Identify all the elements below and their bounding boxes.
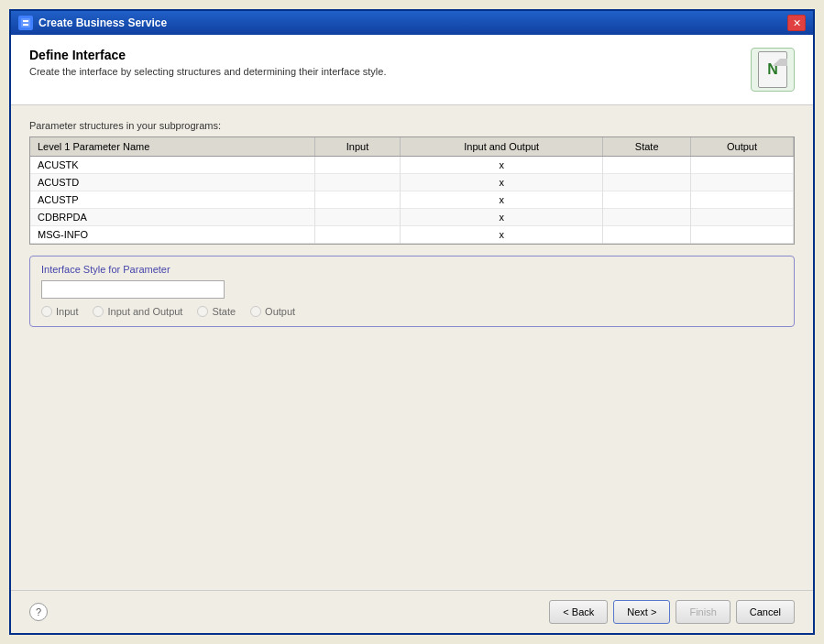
table-header-row: Level 1 Parameter Name Input Input and O…	[30, 137, 794, 157]
table-cell-input	[315, 226, 401, 244]
table-cell-input	[315, 174, 401, 191]
table-cell-name: CDBRPDA	[30, 209, 315, 226]
interface-style-input[interactable]	[41, 280, 225, 299]
table-cell-output	[690, 209, 793, 226]
interface-style-section: Interface Style for Parameter Input Inpu…	[29, 256, 795, 327]
page-subtitle: Create the interface by selecting struct…	[29, 66, 386, 77]
col-header-name: Level 1 Parameter Name	[30, 137, 315, 157]
col-header-state: State	[603, 137, 691, 157]
radio-input-output-label: Input and Output	[107, 306, 182, 317]
table-section: Parameter structures in your subprograms…	[29, 120, 795, 245]
table-row[interactable]: ACUSTPx	[30, 191, 794, 209]
table-cell-input_and_output: x	[400, 226, 602, 244]
window-title: Create Business Service	[38, 16, 167, 29]
title-bar-left: Create Business Service	[18, 16, 167, 30]
svg-rect-2	[23, 24, 28, 26]
radio-input-label: Input	[56, 306, 78, 317]
col-header-input-output: Input and Output	[400, 137, 602, 157]
table-cell-state	[603, 174, 691, 191]
parameter-table-container: Level 1 Parameter Name Input Input and O…	[29, 136, 795, 245]
table-cell-input	[315, 191, 401, 209]
table-cell-input_and_output: x	[400, 174, 602, 191]
table-cell-output	[690, 191, 793, 209]
radio-output: Output	[250, 306, 295, 317]
table-cell-input_and_output: x	[400, 157, 602, 174]
page-title: Define Interface	[29, 48, 386, 62]
close-button[interactable]: ✕	[787, 15, 806, 31]
table-cell-input_and_output: x	[400, 191, 602, 209]
cancel-button[interactable]: Cancel	[736, 600, 795, 624]
radio-input-and-output: Input and Output	[93, 306, 182, 317]
bottom-bar: ? < Back Next > Finish Cancel	[11, 590, 813, 633]
back-button[interactable]: < Back	[549, 600, 608, 624]
col-header-output: Output	[690, 137, 793, 157]
radio-output-btn[interactable]	[250, 306, 261, 317]
header-text: Define Interface Create the interface by…	[29, 48, 386, 77]
table-row[interactable]: ACUSTKx	[30, 157, 794, 174]
radio-input-btn[interactable]	[41, 306, 52, 317]
table-cell-name: MSG-INFO	[30, 226, 315, 244]
radio-state-btn[interactable]	[197, 306, 208, 317]
table-cell-input	[315, 157, 401, 174]
col-header-input: Input	[315, 137, 401, 157]
table-cell-name: ACUSTK	[30, 157, 315, 174]
radio-output-label: Output	[265, 306, 295, 317]
table-row[interactable]: CDBRPDAx	[30, 209, 794, 226]
next-button[interactable]: Next >	[613, 600, 670, 624]
main-body: Parameter structures in your subprograms…	[11, 105, 813, 590]
help-button[interactable]: ?	[29, 603, 48, 621]
radio-state: State	[197, 306, 236, 317]
table-row[interactable]: MSG-INFOx	[30, 226, 794, 244]
title-bar: Create Business Service ✕	[11, 11, 813, 35]
header-icon: N	[751, 48, 795, 92]
table-cell-input	[315, 209, 401, 226]
interface-style-legend: Interface Style for Parameter	[41, 264, 783, 275]
table-row[interactable]: ACUSTDx	[30, 174, 794, 191]
finish-button[interactable]: Finish	[676, 600, 730, 624]
table-cell-state	[603, 191, 691, 209]
table-cell-name: ACUSTP	[30, 191, 315, 209]
svg-rect-1	[23, 20, 28, 22]
radio-group: Input Input and Output State Output	[41, 306, 783, 317]
navigation-buttons: < Back Next > Finish Cancel	[549, 600, 795, 624]
table-cell-state	[603, 209, 691, 226]
table-cell-state	[603, 157, 691, 174]
table-cell-state	[603, 226, 691, 244]
radio-state-label: State	[212, 306, 236, 317]
radio-input-output-btn[interactable]	[93, 306, 104, 317]
header-section: Define Interface Create the interface by…	[11, 35, 813, 105]
table-cell-output	[690, 157, 793, 174]
header-icon-letter: N	[758, 51, 787, 88]
window-icon	[18, 16, 33, 30]
parameter-table: Level 1 Parameter Name Input Input and O…	[30, 137, 794, 244]
table-cell-input_and_output: x	[400, 209, 602, 226]
table-section-label: Parameter structures in your subprograms…	[29, 120, 795, 131]
svg-rect-0	[21, 18, 30, 27]
table-cell-output	[690, 226, 793, 244]
table-cell-name: ACUSTD	[30, 174, 315, 191]
table-cell-output	[690, 174, 793, 191]
dialog-window: Create Business Service ✕ Define Interfa…	[9, 9, 815, 635]
dialog-content: Define Interface Create the interface by…	[11, 35, 813, 633]
radio-input: Input	[41, 306, 78, 317]
